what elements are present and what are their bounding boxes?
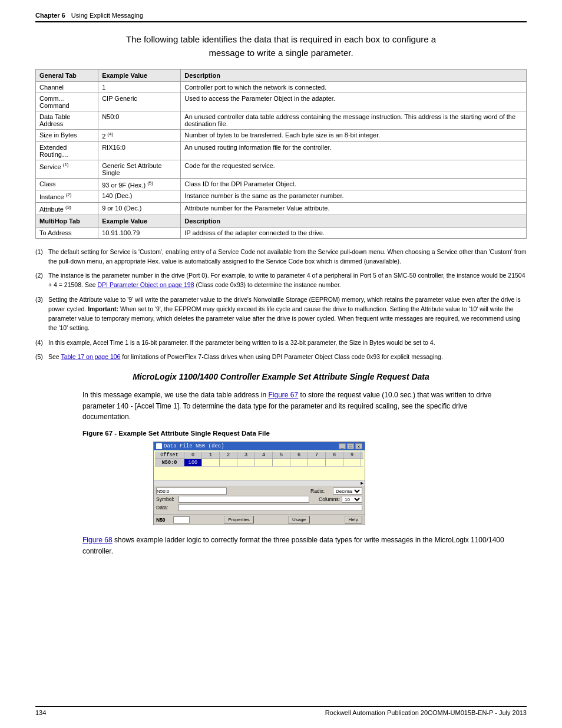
row-label: N50:0: [155, 459, 184, 466]
symbol-row: Symbol: Columns: 10 5: [156, 496, 362, 503]
grid-header-row: Offset 0 1 2 3 4 5 6 7 8 9: [155, 452, 363, 459]
col-0: 0: [184, 452, 202, 459]
cell-0-3[interactable]: [237, 459, 255, 466]
footnote-item: (2)The instance is the parameter number …: [35, 271, 527, 290]
table-row: Class93 or 9F (Hex.) (5)Class ID for the…: [36, 178, 527, 190]
properties-btn[interactable]: Properties: [224, 516, 253, 523]
publication-info: Rockwell Automation Publication 20COMM-U…: [325, 709, 527, 716]
footnote-text: The default setting for Service is 'Cust…: [48, 247, 527, 266]
table-cell-col1: Class: [36, 178, 98, 190]
table-cell-col1: Size in Bytes: [36, 130, 98, 142]
table-cell-col3: Controller port to which the network is …: [181, 82, 527, 93]
help-btn[interactable]: Help: [345, 516, 362, 523]
page: Chapter 6 Using Explicit Messaging The f…: [0, 0, 562, 728]
table-cell-col3: Class ID for the DPI Parameter Object.: [181, 178, 527, 190]
cell-0-2[interactable]: [220, 459, 237, 466]
cell-0-1[interactable]: [202, 459, 220, 466]
table-row: Extended Routing…RIX16:0An unused routin…: [36, 141, 527, 160]
radix-select[interactable]: Decimal Hex Octal Binary: [333, 487, 362, 495]
close-btn[interactable]: ✕: [355, 443, 362, 449]
table-cell-col2: 2 (4): [98, 130, 181, 142]
table-cell-col3: Code for the requested service.: [181, 160, 527, 178]
titlebar-text: Data File N50 (dec): [164, 443, 224, 449]
cell-0-6[interactable]: [290, 459, 308, 466]
table-cell-col2: 1: [98, 82, 181, 93]
intro-text: The following table identifies the data …: [116, 33, 446, 60]
multihop-cell: To Address: [36, 227, 98, 238]
footnote-number: (4): [35, 338, 48, 347]
footer-file-input[interactable]: [173, 516, 190, 523]
table17-link[interactable]: Table 17 on page 106: [61, 353, 120, 360]
col-2: 2: [220, 452, 237, 459]
screenshot-form: Radix: Decimal Hex Octal Binary Symbol: …: [154, 486, 365, 514]
page-header: Chapter 6 Using Explicit Messaging: [35, 12, 527, 22]
multihop-cell: 10.91.100.79: [98, 227, 181, 238]
main-table: General Tab Example Value Description Ch…: [35, 69, 527, 239]
table-cell-col3: An unused routing information file for t…: [181, 141, 527, 160]
offset-header: Offset: [155, 452, 184, 459]
table-cell-col2: Generic Set Attribute Single: [98, 160, 181, 178]
table-cell-col1: Attribute (3): [36, 202, 98, 215]
maximize-btn[interactable]: □: [347, 443, 354, 449]
table-cell-col3: Instance number is the same as the param…: [181, 190, 527, 203]
footnote-text: In this example, Accel Time 1 is a 16-bi…: [48, 338, 527, 347]
address-row: Radix: Decimal Hex Octal Binary: [156, 487, 362, 495]
titlebar-title: Data File N50 (dec): [156, 443, 224, 449]
figure68-link[interactable]: Figure 68: [82, 536, 113, 544]
table-cell-col2: 93 or 9F (Hex.) (5): [98, 178, 181, 190]
table-cell-col1: Instance (2): [36, 190, 98, 203]
table-cell-col1: Data Table Address: [36, 111, 98, 130]
titlebar-controls: _ □ ✕: [339, 443, 362, 449]
table-row: Attribute (3)9 or 10 (Dec.)Attribute num…: [36, 202, 527, 215]
table-row: Instance (2)140 (Dec.)Instance number is…: [36, 190, 527, 203]
col-1: 1: [202, 452, 220, 459]
footnote-number: (5): [35, 352, 48, 361]
cell-0-5[interactable]: [273, 459, 290, 466]
footnote-item: (1)The default setting for Service is 'C…: [35, 247, 527, 266]
dpi-param-link[interactable]: DPI Parameter Object on page 198: [98, 281, 194, 288]
cell-0-8[interactable]: [326, 459, 343, 466]
multihop-cell: IP address of the adapter connected to t…: [181, 227, 527, 238]
minimize-btn[interactable]: _: [339, 443, 346, 449]
body-para-1: In this message example, we use the data…: [82, 390, 509, 423]
col-4: 4: [255, 452, 273, 459]
data-label: Data:: [156, 505, 177, 510]
usage-btn[interactable]: Usage: [288, 516, 310, 523]
address-input[interactable]: [156, 487, 227, 495]
symbol-input[interactable]: [178, 496, 309, 503]
footnote-number: (1): [35, 247, 48, 266]
col-header-example: Example Value: [98, 70, 181, 82]
titlebar-icon: [156, 443, 162, 449]
footnotes: (1)The default setting for Service is 'C…: [35, 247, 527, 362]
columns-select[interactable]: 10 5: [342, 496, 362, 503]
table-cell-col2: 9 or 10 (Dec.): [98, 202, 181, 215]
symbol-label: Symbol:: [156, 496, 177, 502]
col-header-general: General Tab: [36, 70, 98, 82]
data-row: Data:: [156, 504, 362, 511]
cell-0-9[interactable]: [343, 459, 361, 466]
col-5: 5: [273, 452, 290, 459]
screenshot-footer: N50 Properties Usage Help: [154, 514, 365, 525]
footnote-item: (5)See Table 17 on page 106 for limitati…: [35, 352, 527, 361]
cell-0-7[interactable]: [308, 459, 326, 466]
horizontal-scrollbar[interactable]: ▶: [154, 480, 365, 486]
footnote-item: (3)Setting the Attribute value to '9' wi…: [35, 295, 527, 333]
multihop-desc-header: Description: [181, 215, 527, 227]
footnote-number: (3): [35, 295, 48, 333]
table-cell-col3: An unused controller data table address …: [181, 111, 527, 130]
col-9: 9: [343, 452, 361, 459]
col-header-desc: Description: [181, 70, 527, 82]
footnote-number: (2): [35, 271, 48, 290]
col-7: 7: [308, 452, 326, 459]
cell-0-4[interactable]: [255, 459, 273, 466]
footnote-text: See Table 17 on page 106 for limitations…: [48, 352, 527, 361]
footnote-item: (4)In this example, Accel Time 1 is a 16…: [35, 338, 527, 347]
multihop-example-header: Example Value: [98, 215, 181, 227]
table-row: Data Table AddressN50:0An unused control…: [36, 111, 527, 130]
data-input[interactable]: [178, 504, 362, 511]
figure67-link[interactable]: Figure 67: [269, 391, 299, 399]
footer-file-label: N50: [156, 517, 171, 523]
table-cell-col2: CIP Generic: [98, 93, 181, 111]
cell-0-0[interactable]: 100: [184, 459, 202, 466]
table-cell-col1: Extended Routing…: [36, 141, 98, 160]
